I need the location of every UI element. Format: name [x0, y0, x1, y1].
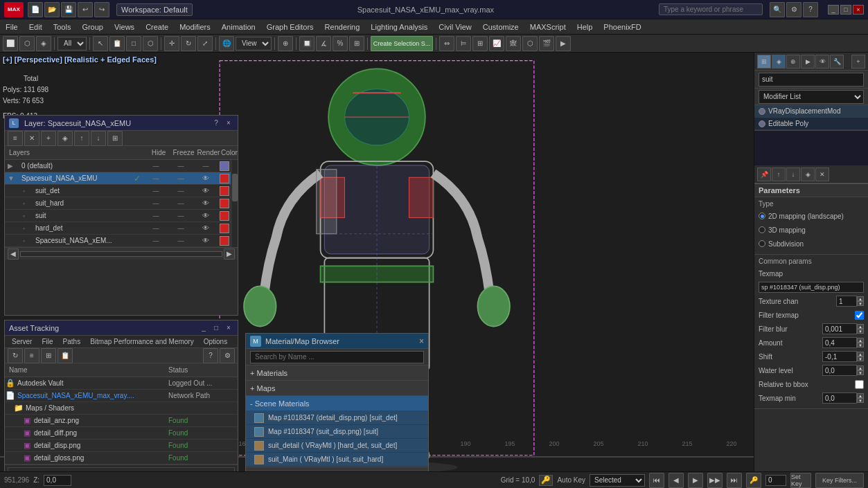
- select-name-btn[interactable]: 📋: [109, 36, 125, 51]
- blur-up[interactable]: ▲: [857, 324, 864, 329]
- undo-btn[interactable]: ↩: [78, 2, 93, 17]
- filter-blur-val[interactable]: [822, 323, 857, 334]
- utilities-tab[interactable]: 🔧: [830, 55, 844, 69]
- minimize-btn[interactable]: _: [828, 5, 839, 15]
- filter-select[interactable]: All: [57, 37, 87, 51]
- new-btn[interactable]: 📄: [28, 2, 43, 17]
- asset-item-4[interactable]: ▣ detail_diff.png Found: [5, 427, 238, 440]
- move-btn[interactable]: ✛: [164, 36, 179, 51]
- modifier-item-1[interactable]: Editable Poly: [754, 118, 868, 130]
- quick-render-btn[interactable]: ▶: [556, 36, 571, 51]
- layer-row-5[interactable]: ◦ hard_det — — 👁: [5, 222, 231, 235]
- layer-move-btn[interactable]: ↑: [74, 131, 89, 146]
- workspace-selector[interactable]: Workspace: Default: [116, 3, 193, 16]
- mat-item-0[interactable]: Map #1018347 (detail_disp.png) [suit_det…: [246, 411, 428, 425]
- mat-close-btn[interactable]: ×: [419, 336, 424, 346]
- menu-file[interactable]: File: [0, 19, 24, 34]
- amount-val[interactable]: [822, 337, 857, 348]
- settings-icon[interactable]: ⚙: [786, 2, 801, 17]
- modify-tab[interactable]: ◈: [772, 55, 786, 69]
- spinner-snap-btn[interactable]: ⊞: [349, 36, 364, 51]
- select-obj-btn[interactable]: ⬜: [3, 36, 18, 51]
- blur-down[interactable]: ▼: [857, 329, 864, 334]
- type-radio-0[interactable]: [759, 213, 765, 219]
- mat-materials-section[interactable]: + Materials: [246, 365, 428, 381]
- menu-customize[interactable]: Customize: [477, 19, 524, 34]
- asset-menu-options[interactable]: Options: [200, 336, 231, 347]
- align-btn[interactable]: ⊨: [456, 36, 471, 51]
- pivot-btn[interactable]: ⊕: [278, 36, 293, 51]
- material-editor-btn[interactable]: ⬡: [522, 36, 538, 51]
- angle-snap-btn[interactable]: ∡: [316, 36, 331, 51]
- menu-rendering[interactable]: Rendering: [319, 19, 366, 34]
- scale-btn[interactable]: ⤢: [197, 36, 213, 51]
- viewport[interactable]: 1401451501551601651701751801851901952002…: [0, 53, 754, 471]
- move-down-icon[interactable]: ↓: [786, 168, 800, 181]
- layer-row-3[interactable]: ◦ suit_hard — — 👁: [5, 197, 231, 210]
- texchan-down[interactable]: ▼: [857, 301, 864, 306]
- water-val[interactable]: [822, 365, 857, 376]
- key-lock-icon[interactable]: 🔑: [539, 475, 553, 486]
- menu-views[interactable]: Views: [109, 19, 140, 34]
- layer-row-2[interactable]: ◦ suit_det — — 👁: [5, 185, 231, 197]
- menu-lighting[interactable]: Lighting Analysis: [365, 19, 433, 34]
- layer-row-4[interactable]: ◦ suit — — 👁: [5, 210, 231, 222]
- go-start-btn[interactable]: ⏮: [649, 473, 664, 488]
- asset-icons-btn[interactable]: ⊞: [41, 348, 56, 363]
- select-region-btn2[interactable]: ⬡: [143, 36, 158, 51]
- create-selection-btn[interactable]: Create Selection S...: [371, 36, 433, 51]
- asset-item-6[interactable]: ▣ detail_gloss.png Found: [5, 452, 238, 464]
- key-mode-btn[interactable]: 🔑: [746, 473, 761, 488]
- asset-item-2[interactable]: 📁 Maps / Shaders: [5, 402, 238, 415]
- menu-tools[interactable]: Tools: [48, 19, 77, 34]
- frame-field[interactable]: [765, 475, 786, 486]
- extra-btn[interactable]: +: [851, 55, 865, 69]
- asset-restore-btn[interactable]: □: [211, 323, 221, 333]
- mat-sample-section[interactable]: + Sample Slots: [246, 467, 428, 471]
- asset-help-btn[interactable]: ?: [203, 348, 218, 363]
- search-icon[interactable]: 🔍: [770, 2, 785, 17]
- mat-search-input[interactable]: [250, 351, 424, 363]
- asset-list-btn[interactable]: ≡: [24, 348, 39, 363]
- layer-btn[interactable]: ⊞: [472, 36, 488, 51]
- asset-settings-btn[interactable]: ⚙: [220, 348, 235, 363]
- menu-modifiers[interactable]: Modifiers: [174, 19, 216, 34]
- asset-item-1[interactable]: 📄 Spacesuit_NASA_xEMU_max_vray.... Netwo…: [5, 390, 238, 402]
- layer-row-6[interactable]: ◦ Spacesuit_NASA_xEM... — — 👁: [5, 235, 231, 247]
- go-end-btn[interactable]: ⏭: [727, 473, 742, 488]
- render-scene-btn[interactable]: 🎬: [539, 36, 554, 51]
- layer-hscroll[interactable]: [20, 251, 222, 257]
- asset-refresh-btn[interactable]: ↻: [8, 348, 23, 363]
- move-up-icon[interactable]: ↑: [772, 168, 786, 181]
- asset-item-5[interactable]: ▣ detail_disp.png Found: [5, 440, 238, 452]
- layer-obj-btn[interactable]: ⊞: [107, 131, 123, 146]
- texchan-up[interactable]: ▲: [857, 296, 864, 301]
- filter-icon[interactable]: ◈: [36, 36, 51, 51]
- vert-icon[interactable]: ◈: [801, 168, 815, 181]
- layer-prev-btn[interactable]: ◀: [8, 248, 19, 260]
- menu-graph-editors[interactable]: Graph Editors: [261, 19, 319, 34]
- selected-dropdown[interactable]: Selected: [590, 474, 645, 487]
- relative-checkbox[interactable]: [855, 380, 864, 389]
- object-name-field[interactable]: [759, 73, 864, 87]
- asset-item-0[interactable]: 🔒 Autodesk Vault Logged Out ...: [5, 377, 238, 390]
- play-btn[interactable]: ▶: [688, 473, 703, 488]
- create-tab[interactable]: ⊞: [757, 55, 771, 69]
- type-radio-1[interactable]: [759, 226, 765, 233]
- asset-menu-file[interactable]: File: [37, 336, 57, 347]
- schematic-btn[interactable]: 🕸: [506, 36, 521, 51]
- mat-item-2[interactable]: suit_detail ( VRayMtl ) [hard_det, suit_…: [246, 439, 428, 453]
- texmap-min-val[interactable]: [822, 392, 857, 404]
- layer-scrollbar[interactable]: [231, 160, 238, 247]
- texmap-min-down[interactable]: ▼: [857, 398, 864, 403]
- menu-civil[interactable]: Civil View: [433, 19, 477, 34]
- filter-checkbox[interactable]: [855, 311, 864, 320]
- asset-hscroll[interactable]: [5, 464, 238, 471]
- texchan-val[interactable]: [836, 296, 857, 307]
- asset-item-3[interactable]: ▣ detail_anz.png Found: [5, 415, 238, 427]
- save-btn[interactable]: 💾: [61, 2, 76, 17]
- layer-next-btn[interactable]: ▶: [224, 248, 235, 260]
- shift-val[interactable]: [822, 351, 857, 362]
- asset-menu-paths[interactable]: Paths: [59, 336, 85, 347]
- mat-maps-section[interactable]: + Maps: [246, 381, 428, 396]
